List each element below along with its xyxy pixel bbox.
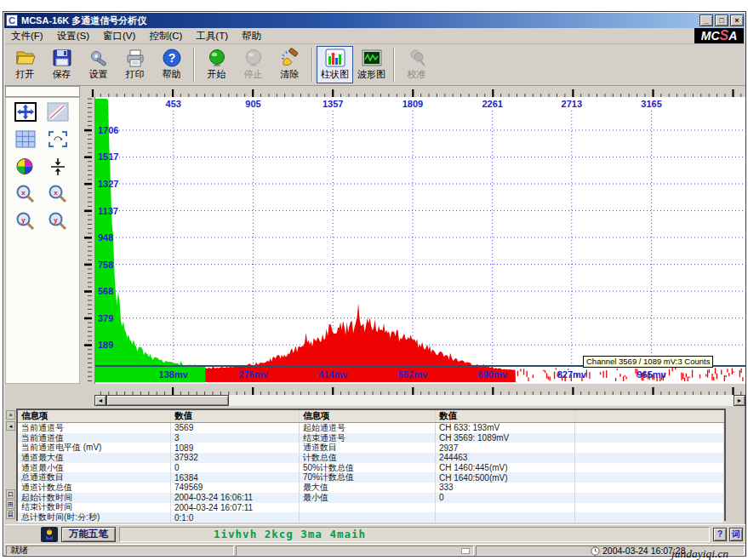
scroll-thumb[interactable] bbox=[106, 395, 229, 406]
chart-cursor-tooltip: Channel 3569 / 1089 mV:3 Counts bbox=[583, 356, 713, 368]
count-axis-label: 758 bbox=[98, 260, 113, 270]
ruler-corner-box bbox=[5, 86, 80, 97]
histogram-view-button[interactable]: 柱状图 bbox=[317, 46, 353, 83]
spectrum-plot: 4539051357180922612713316518937956875894… bbox=[95, 97, 746, 384]
pan-tool[interactable] bbox=[12, 103, 39, 125]
table-cell: 0 bbox=[436, 493, 575, 503]
table-cell bbox=[300, 512, 436, 523]
flip-tool[interactable] bbox=[44, 157, 71, 180]
count-axis-label: 189 bbox=[98, 340, 113, 350]
panel-layout-button-2[interactable]: 田 bbox=[6, 500, 15, 509]
start-ball-button[interactable]: 开始 bbox=[198, 46, 235, 83]
table-header-cell: 信息项 bbox=[300, 410, 436, 422]
table-cell bbox=[575, 512, 724, 523]
save-floppy-button[interactable]: 保存 bbox=[43, 46, 80, 83]
title-bar[interactable]: C MCSA-16K 多通道信号分析仪 _ □ × bbox=[4, 13, 745, 28]
channel-axis-label: 1809 bbox=[403, 99, 423, 109]
svg-text:y: y bbox=[54, 216, 58, 224]
calibrate-pin-icon bbox=[406, 47, 428, 69]
settings-button[interactable]: 设置 bbox=[80, 46, 117, 83]
clear-brush-button[interactable]: 清除 bbox=[271, 46, 308, 83]
panel-filler bbox=[5, 384, 94, 406]
palette-tool[interactable] bbox=[12, 157, 39, 180]
grid-tool-icon bbox=[14, 129, 37, 153]
status-bar: 就绪 2004-03-24 16:07:28 bbox=[5, 544, 745, 556]
panel-layout-button-3[interactable]: 目 bbox=[6, 510, 15, 519]
close-button[interactable]: × bbox=[730, 14, 744, 26]
svg-text:y: y bbox=[21, 216, 26, 224]
clear-brush-icon bbox=[279, 47, 301, 69]
open-folder-button[interactable]: 打开 bbox=[7, 46, 43, 83]
table-cell bbox=[575, 423, 724, 433]
zoom-y-out-tool-icon: y bbox=[47, 211, 69, 235]
table-cell: 2004-03-24 16:07:11 bbox=[171, 503, 300, 513]
table-cell: 当前通道号 bbox=[18, 423, 171, 433]
table-row: 总计数时间(时:分:秒)0:1:0 bbox=[18, 512, 724, 523]
printer-button[interactable]: 打印 bbox=[117, 46, 153, 83]
ime-logo-icon[interactable] bbox=[41, 527, 58, 542]
horizontal-scrollbar[interactable]: ◄ ► bbox=[94, 395, 745, 406]
menu-item-2[interactable]: 窗口(V) bbox=[96, 28, 142, 44]
menu-item-1[interactable]: 设置(S) bbox=[50, 28, 96, 44]
table-cell: 通道数目 bbox=[300, 443, 436, 453]
ruler-ticks bbox=[81, 97, 94, 384]
toolbar-button-label: 帮助 bbox=[163, 69, 181, 80]
table-cell bbox=[575, 483, 724, 493]
channel-axis-label: 2713 bbox=[562, 99, 582, 109]
menu-item-0[interactable]: 文件(F) bbox=[4, 28, 50, 44]
table-row: 当前通道电平值 (mV)1089通道数目2937 bbox=[18, 443, 724, 453]
zoom-x-out-tool[interactable]: x bbox=[44, 185, 71, 207]
mv-axis-label: 690mv bbox=[478, 369, 508, 380]
ruler-bottom bbox=[94, 384, 745, 395]
help-button[interactable]: ?帮助 bbox=[153, 46, 190, 83]
waveform-view-button[interactable]: 波形图 bbox=[353, 46, 390, 83]
table-row: 通道最小值050%计数总值CH 1460:445(mV) bbox=[18, 463, 724, 473]
channel-axis-label: 905 bbox=[245, 99, 260, 109]
table-cell: 1089 bbox=[171, 443, 300, 453]
table-cell: CH 1460:445(mV) bbox=[436, 463, 575, 473]
toolbar-button-label: 波形图 bbox=[357, 69, 385, 80]
pan-tool-icon bbox=[14, 102, 37, 126]
table-cell: 16384 bbox=[171, 472, 300, 483]
line-tool[interactable] bbox=[44, 103, 71, 125]
ime-name-button[interactable]: 万能五笔 bbox=[61, 527, 116, 542]
scroll-right-button[interactable]: ► bbox=[734, 395, 745, 406]
app-icon: C bbox=[6, 14, 18, 26]
table-cell bbox=[575, 433, 724, 443]
menu-item-4[interactable]: 工具(T) bbox=[189, 28, 235, 44]
ime-help-button[interactable]: ? bbox=[713, 528, 727, 541]
grid-tool[interactable] bbox=[12, 130, 39, 152]
panel-close-button[interactable]: × bbox=[6, 410, 15, 420]
table-header-cell bbox=[575, 410, 724, 422]
table-row: 当前通道值3结束通道号CH 3569: 1089mV bbox=[18, 433, 724, 443]
table-row: 总通道数目1638470%计数总值CH 1640:500(mV) bbox=[18, 472, 724, 483]
status-progress-box bbox=[461, 548, 470, 554]
ime-word-button[interactable]: 词 bbox=[729, 528, 743, 541]
zoom-x-in-tool-icon: x bbox=[14, 184, 37, 208]
toolbar-separator bbox=[393, 48, 395, 82]
brand-logo: MCSA bbox=[694, 28, 744, 43]
maximize-button[interactable]: □ bbox=[715, 14, 728, 26]
table-cell: 3 bbox=[171, 433, 300, 443]
panel-layout-button-1[interactable]: 口 bbox=[6, 489, 15, 499]
zoom-x-in-tool[interactable]: x bbox=[12, 185, 39, 207]
zoom-y-in-tool[interactable]: y bbox=[12, 212, 39, 234]
count-axis-label: 1137 bbox=[98, 206, 118, 216]
zoom-y-out-tool[interactable]: y bbox=[44, 212, 71, 234]
open-folder-icon bbox=[14, 47, 37, 69]
chart-area[interactable]: 4539051357180922612713316518937956875894… bbox=[94, 97, 745, 384]
minimize-button[interactable]: _ bbox=[699, 14, 713, 26]
menu-item-5[interactable]: 帮助 bbox=[235, 28, 268, 44]
table-cell bbox=[575, 503, 724, 513]
scroll-left-button[interactable]: ◄ bbox=[94, 395, 106, 406]
window-title: MCSA-16K 多通道信号分析仪 bbox=[21, 14, 698, 27]
stop-ball-icon bbox=[243, 47, 265, 69]
channel-axis-label: 1357 bbox=[323, 99, 343, 109]
panel-collapse-button[interactable]: ◄ bbox=[6, 421, 15, 431]
settings-icon bbox=[88, 47, 110, 69]
waveform-view-icon bbox=[361, 47, 383, 69]
series-roi-tail-speckles bbox=[517, 368, 744, 381]
count-axis-label: 1327 bbox=[98, 179, 118, 189]
menu-item-3[interactable]: 控制(C) bbox=[142, 28, 189, 44]
transform-tool[interactable] bbox=[44, 130, 71, 152]
